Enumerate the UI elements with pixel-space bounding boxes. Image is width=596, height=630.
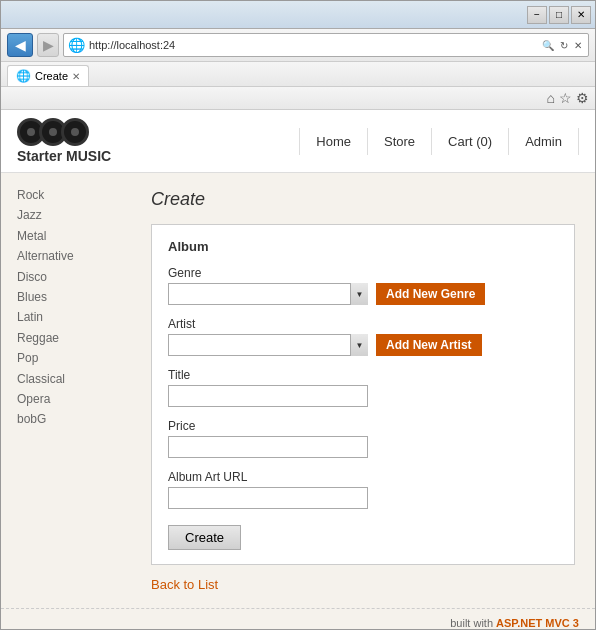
star-icon[interactable]: ☆ [559, 90, 572, 106]
add-artist-button[interactable]: Add New Artist [376, 334, 482, 356]
sidebar-rock[interactable]: Rock [17, 185, 115, 205]
album-art-input[interactable] [168, 487, 368, 509]
address-actions: 🔍 ↻ ✕ [540, 39, 584, 52]
sidebar-pop[interactable]: Pop [17, 348, 115, 368]
add-genre-button[interactable]: Add New Genre [376, 283, 485, 305]
page-title: Create [151, 189, 575, 210]
disc-3 [61, 118, 89, 146]
artist-row: ▼ Add New Artist [168, 334, 558, 356]
close-button[interactable]: ✕ [571, 6, 591, 24]
toolbar-bar: ⌂ ☆ ⚙ [1, 87, 595, 110]
genre-select-wrapper: ▼ [168, 283, 368, 305]
title-bar: − □ ✕ [1, 1, 595, 29]
footer-text: built with [450, 617, 496, 629]
price-group: Price [168, 419, 558, 458]
gear-icon[interactable]: ⚙ [576, 90, 589, 106]
album-form-box: Album Genre ▼ Add New Genre [151, 224, 575, 565]
sidebar-opera[interactable]: Opera [17, 389, 115, 409]
back-to-list-link[interactable]: Back to List [151, 577, 218, 592]
tab-icon: 🌐 [16, 69, 31, 83]
page-content: Starter MUSIC Home Store Cart (0) Admin … [1, 110, 595, 629]
artist-group: Artist ▼ Add New Artist [168, 317, 558, 356]
forward-button[interactable]: ▶ [37, 33, 59, 57]
back-button[interactable]: ◀ [7, 33, 33, 57]
logo-area: Starter MUSIC [17, 118, 111, 164]
site-title: Starter MUSIC [17, 148, 111, 164]
search-icon[interactable]: 🔍 [540, 39, 556, 52]
sidebar-disco[interactable]: Disco [17, 267, 115, 287]
form-legend: Album [168, 239, 558, 254]
address-bar-icon: 🌐 [68, 37, 85, 53]
tab-close-button[interactable]: ✕ [72, 71, 80, 82]
content-area: Create Album Genre ▼ [131, 173, 595, 608]
artist-select[interactable] [168, 334, 368, 356]
nav-header: Starter MUSIC Home Store Cart (0) Admin [1, 110, 595, 173]
title-input[interactable] [168, 385, 368, 407]
sidebar-bobg[interactable]: bobG [17, 409, 115, 429]
genre-group: Genre ▼ Add New Genre [168, 266, 558, 305]
artist-select-wrapper: ▼ [168, 334, 368, 356]
genre-select[interactable] [168, 283, 368, 305]
nav-store[interactable]: Store [368, 128, 432, 155]
artist-label: Artist [168, 317, 558, 331]
sidebar: Rock Jazz Metal Alternative Disco Blues … [1, 173, 131, 608]
sidebar-classical[interactable]: Classical [17, 369, 115, 389]
logo-discs [17, 118, 83, 146]
nav-home[interactable]: Home [299, 128, 368, 155]
price-input[interactable] [168, 436, 368, 458]
album-art-label: Album Art URL [168, 470, 558, 484]
refresh-icon[interactable]: ↻ [558, 39, 570, 52]
sidebar-blues[interactable]: Blues [17, 287, 115, 307]
home-icon[interactable]: ⌂ [547, 90, 555, 106]
window-controls: − □ ✕ [527, 6, 591, 24]
tab-label: Create [35, 70, 68, 82]
title-label: Title [168, 368, 558, 382]
sidebar-reggae[interactable]: Reggae [17, 328, 115, 348]
browser-window: − □ ✕ ◀ ▶ 🌐 http://localhost:24 🔍 ↻ ✕ 🌐 … [0, 0, 596, 630]
browser-bar: ◀ ▶ 🌐 http://localhost:24 🔍 ↻ ✕ [1, 29, 595, 62]
sidebar-latin[interactable]: Latin [17, 307, 115, 327]
footer-highlight: ASP.NET MVC 3 [496, 617, 579, 629]
footer: built with ASP.NET MVC 3 [1, 608, 595, 629]
create-button[interactable]: Create [168, 525, 241, 550]
price-label: Price [168, 419, 558, 433]
nav-cart[interactable]: Cart (0) [432, 128, 509, 155]
sidebar-metal[interactable]: Metal [17, 226, 115, 246]
genre-label: Genre [168, 266, 558, 280]
maximize-button[interactable]: □ [549, 6, 569, 24]
sidebar-alternative[interactable]: Alternative [17, 246, 115, 266]
nav-links: Home Store Cart (0) Admin [299, 128, 579, 155]
address-bar[interactable]: 🌐 http://localhost:24 🔍 ↻ ✕ [63, 33, 589, 57]
active-tab[interactable]: 🌐 Create ✕ [7, 65, 89, 86]
tab-bar: 🌐 Create ✕ [1, 62, 595, 87]
title-group: Title [168, 368, 558, 407]
genre-row: ▼ Add New Genre [168, 283, 558, 305]
sidebar-jazz[interactable]: Jazz [17, 205, 115, 225]
nav-admin[interactable]: Admin [509, 128, 579, 155]
stop-icon[interactable]: ✕ [572, 39, 584, 52]
main-layout: Rock Jazz Metal Alternative Disco Blues … [1, 173, 595, 608]
address-text: http://localhost:24 [89, 39, 536, 51]
minimize-button[interactable]: − [527, 6, 547, 24]
album-art-group: Album Art URL [168, 470, 558, 509]
toolbar-icons: ⌂ ☆ ⚙ [547, 90, 589, 106]
